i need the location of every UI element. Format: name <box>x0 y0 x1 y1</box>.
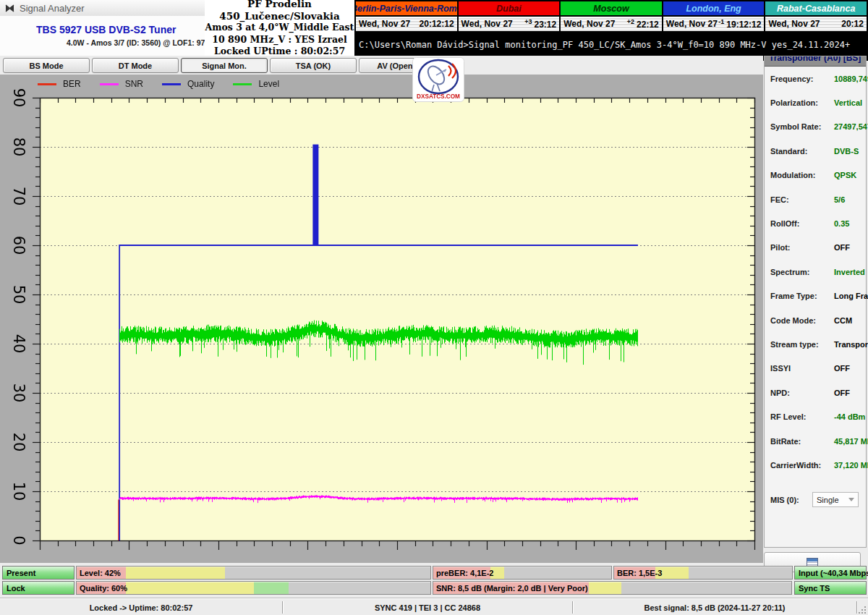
quality-bar: Quality: 60% <box>76 581 431 595</box>
tp-row-value: -44 dBm <box>834 412 865 421</box>
tp-row-code-mode: Code Mode:CCM <box>765 308 866 332</box>
clock-datetime: Wed, Nov 2720:12 <box>765 17 867 31</box>
mis-selected-value: Single <box>817 496 839 504</box>
legend-level: Level <box>233 79 279 89</box>
tp-row-label: CarrierWidth: <box>770 461 834 470</box>
tp-row-value: 27497,547 KS/s <box>834 122 868 131</box>
statusbar: Locked -> Uptime: 80:02:57 SYNC 419 | TE… <box>0 598 868 615</box>
tp-row-value: 37,120 MHz <box>834 461 868 470</box>
clock-datetime: Wed, Nov 2720:12:12 <box>356 17 457 31</box>
tp-row-value: QPSK <box>834 171 856 179</box>
legend-swatch-level <box>233 83 252 85</box>
tp-row-value: DVB-S <box>834 147 859 156</box>
clock-city-label: London, Eng <box>663 1 765 15</box>
tp-row-value: 0.35 <box>834 219 849 228</box>
dxsatcs-logo: DXSATCS.COM <box>412 57 464 102</box>
tp-row-value: 5/6 <box>834 195 845 204</box>
world-clocks: Berlin-Paris-Vienna-RomaWed, Nov 2720:12… <box>354 0 868 33</box>
station-note-line2: Amos 3 at 4,0°W_Middle East <box>205 22 354 34</box>
clock-city-label: Moscow <box>561 1 662 15</box>
tp-row-value: Inverted <box>834 268 865 276</box>
legend-swatch-ber <box>38 83 56 85</box>
tab-signal-mon[interactable]: Signal Mon. <box>181 58 268 73</box>
transponder-panel-title: Transponder (A0) [BS] <box>765 56 866 63</box>
station-note-line1: PF Prodelin 450_Lučenec/Slovakia <box>205 0 354 22</box>
tp-row-label: Stream type: <box>770 340 834 349</box>
clock-datetime: Wed, Nov 27+323:12 <box>459 17 560 31</box>
tp-row-frequency: Frequency:10889,749 MHz <box>765 67 866 90</box>
mode-tabbar: BS ModeDT ModeSignal Mon.TSA (OK)AV (Ope… <box>0 56 763 75</box>
tp-row-value: 10889,749 MHz <box>834 75 868 83</box>
tp-row-value: 45,817 Mbit/s <box>834 437 868 446</box>
present-badge: Present <box>2 566 75 580</box>
tp-row-value: Long Frame <box>834 292 868 300</box>
snr-bar: SNR: 8,5 dB (Margin: 2,0 dB | Very Poor) <box>433 581 792 595</box>
tp-row-rolloff: RollOff:0.35 <box>765 211 866 235</box>
input-badge: Input (~40,34 Mbps) <box>794 566 867 580</box>
tp-row-label: Frame Type: <box>770 292 834 300</box>
tp-row-carrierwidth: CarrierWidth:37,120 MHz <box>765 453 866 477</box>
tp-row-label: Frequency: <box>770 75 834 83</box>
tp-row-label: Standard: <box>770 147 834 156</box>
tp-row-label: Modulation: <box>770 171 834 179</box>
legend-ber: BER <box>38 79 81 89</box>
legend-quality: Quality <box>162 79 214 89</box>
clock-city-label: Rabat-Casablanca <box>765 1 867 15</box>
tp-row-label: RF Level: <box>770 412 834 421</box>
clock-berlin-paris-vienna-roma: Berlin-Paris-Vienna-RomaWed, Nov 2720:12… <box>356 1 457 31</box>
clock-datetime: Wed, Nov 27-119:12:12 <box>663 17 765 31</box>
tp-row-polarization: Polarization:Vertical <box>765 90 866 114</box>
tp-row-label: Code Mode: <box>770 316 834 325</box>
tp-row-label: Polarization: <box>770 98 834 107</box>
chevron-down-icon <box>848 498 854 501</box>
terminal-prompt-line: C:\Users\Roman Dávid>Signal monitoring_P… <box>354 33 868 50</box>
clock-datetime: Wed, Nov 27+222:12 <box>561 17 662 31</box>
preber-bar: preBER: 4,1E-2 <box>433 566 612 580</box>
tp-row-value: OFF <box>834 389 850 397</box>
tp-row-label: ISSYI <box>770 364 834 373</box>
tp-row-label: NPD: <box>770 389 834 397</box>
tab-bs-mode[interactable]: BS Mode <box>3 58 90 73</box>
lock-badge: Lock <box>2 581 75 595</box>
level-bar: Level: 42% <box>76 566 431 580</box>
dxsatcs-logo-text: DXSATCS.COM <box>417 93 460 100</box>
tp-row-value: OFF <box>834 364 850 373</box>
tp-row-symbol-rate: Symbol Rate:27497,547 KS/s <box>765 115 866 139</box>
app-icon <box>5 4 14 13</box>
signal-chart-canvas <box>0 75 763 563</box>
mis-dropdown[interactable]: Single <box>812 492 859 507</box>
statusbar-best-signal: Best signal: 8,5 dB (2024-11-27 20:11) <box>573 601 857 614</box>
clock-rabat-casablanca: Rabat-CasablancaWed, Nov 2720:12 <box>765 1 867 31</box>
tuner-name: TBS 5927 USB DVB-S2 Tuner <box>36 24 176 35</box>
tp-row-stream-type: Stream type:Transport <box>765 332 866 356</box>
station-note-line4: Locked UPtime : 80:02:57 <box>205 46 354 58</box>
tab-tsa-ok[interactable]: TSA (OK) <box>270 58 357 73</box>
resize-grip[interactable] <box>857 605 867 614</box>
tp-row-standard: Standard:DVB-S <box>765 139 866 163</box>
legend-swatch-snr <box>100 83 119 85</box>
tp-row-label: Spectrum: <box>770 268 834 276</box>
transponder-rows: Frequency:10889,749 MHzPolarization:Vert… <box>765 67 866 478</box>
tp-row-label: Pilot: <box>770 243 834 252</box>
statusbar-sync-counters: SYNC 419 | TEI 3 | CC 24868 <box>283 601 573 614</box>
transponder-panel-header: Transponder (A0) [BS] <box>765 56 866 67</box>
console-window[interactable]: Berlin-Paris-Vienna-RomaWed, Nov 2720:12… <box>354 0 868 61</box>
tp-row-label: FEC: <box>770 195 834 204</box>
tp-row-spectrum: Spectrum:Inverted <box>765 260 866 284</box>
tp-row-frame-type: Frame Type:Long Frame <box>765 284 866 308</box>
tp-row-bitrate: BitRate:45,817 Mbit/s <box>765 429 866 453</box>
legend-swatch-quality <box>162 83 181 85</box>
clock-moscow: MoscowWed, Nov 27+222:12 <box>561 1 662 31</box>
legend-snr: SNR <box>100 79 143 89</box>
tab-dt-mode[interactable]: DT Mode <box>92 58 179 73</box>
mis-label: MIS (0): <box>770 496 812 504</box>
mis-row: MIS (0): Single <box>765 488 866 512</box>
chart-legend: BERSNRQualityLevel <box>38 79 279 89</box>
ber-bar: BER: 1,5E-3 <box>613 566 793 580</box>
tp-row-npd: NPD:OFF <box>765 381 866 404</box>
tp-row-value: Vertical <box>834 98 862 107</box>
tp-row-value: CCM <box>834 316 852 325</box>
tp-row-value: OFF <box>834 243 850 252</box>
tp-row-fec: FEC:5/6 <box>765 187 866 211</box>
sync-ts-badge: Sync TS <box>794 581 867 595</box>
